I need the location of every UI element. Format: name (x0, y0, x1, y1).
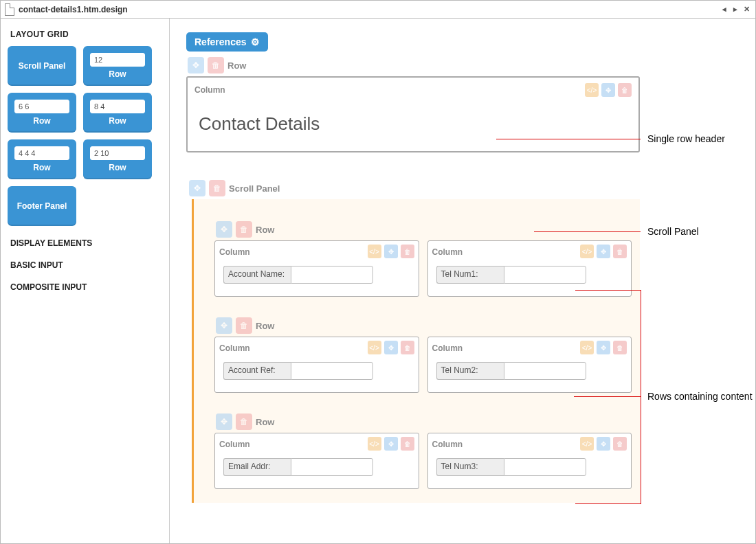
code-icon[interactable]: </> (368, 437, 381, 451)
column-box[interactable]: Column </>✥🗑 Account Name: (214, 240, 419, 297)
palette-footer-panel[interactable]: Footer Panel (8, 186, 76, 226)
palette-row-6-6[interactable]: Row (8, 93, 76, 133)
palette-row-8-4[interactable]: Row (83, 93, 152, 133)
trash-icon[interactable]: 🗑 (401, 245, 414, 258)
design-canvas[interactable]: References ⚙ ✥ 🗑 Row Column </> ✥ 🗑 (170, 19, 755, 543)
annotation-line (534, 231, 641, 232)
gear-icon[interactable]: ⚙ (251, 36, 260, 47)
header-row[interactable]: Column </> ✥ 🗑 Contact Details (186, 76, 640, 152)
scroll-panel-label: Scroll Panel (229, 183, 280, 194)
field-label: Email Addr: (223, 458, 291, 476)
app-window: contact-details1.htm.design ◂ ▸ ✕ LAYOUT… (0, 0, 756, 544)
code-icon[interactable]: </> (368, 245, 381, 258)
trash-icon[interactable]: 🗑 (401, 437, 414, 451)
column-box[interactable]: Column </>✥🗑 Account Ref: (214, 337, 419, 393)
annotation-text: Rows containing content (647, 391, 753, 403)
trash-icon[interactable]: 🗑 (613, 341, 627, 354)
row-config-input[interactable] (14, 100, 69, 113)
field-label: Account Name: (223, 266, 291, 284)
palette-scroll-panel[interactable]: Scroll Panel (8, 46, 76, 86)
content-row[interactable]: Column </>✥🗑 Account Name: Column </>✥🗑 … (214, 240, 632, 297)
next-tab-icon[interactable]: ▸ (731, 5, 740, 14)
section-composite-input[interactable]: COMPOSITE INPUT (10, 282, 162, 292)
move-icon[interactable]: ✥ (384, 341, 398, 354)
trash-icon[interactable]: 🗑 (613, 245, 627, 258)
section-layout-grid[interactable]: LAYOUT GRID (10, 30, 162, 39)
move-icon[interactable]: ✥ (384, 437, 398, 451)
move-icon[interactable]: ✥ (384, 245, 398, 258)
annotation-line (575, 290, 641, 291)
trash-icon[interactable]: 🗑 (209, 180, 225, 196)
palette-row-12[interactable]: Row (83, 46, 152, 86)
move-icon[interactable]: ✥ (189, 180, 205, 196)
row-label: Row (256, 225, 274, 235)
field-label: Tel Num2: (436, 362, 504, 380)
move-icon[interactable]: ✥ (597, 437, 610, 451)
move-icon[interactable]: ✥ (597, 245, 610, 258)
account-name-input[interactable] (291, 266, 373, 284)
trash-icon[interactable]: 🗑 (618, 83, 632, 97)
file-icon (5, 3, 14, 16)
code-icon[interactable]: </> (580, 245, 594, 258)
row-label: Row (256, 321, 274, 331)
field-label: Account Ref: (223, 362, 291, 380)
scroll-panel-block[interactable]: ✥ 🗑 Scroll Panel ✥ 🗑 Row C (188, 180, 640, 503)
annotation-text: Scroll Panel (647, 226, 699, 237)
annotation-line (641, 290, 641, 504)
trash-icon[interactable]: 🗑 (613, 437, 627, 451)
tel-num1-input[interactable] (504, 266, 586, 284)
move-icon[interactable]: ✥ (601, 83, 615, 97)
email-addr-input[interactable] (291, 458, 373, 476)
account-ref-input[interactable] (291, 362, 373, 380)
annotation-line (574, 396, 641, 397)
references-badge[interactable]: References ⚙ (186, 32, 268, 52)
tel-num2-input[interactable] (504, 362, 586, 380)
row-config-input[interactable] (90, 100, 145, 113)
tel-num3-input[interactable] (504, 458, 586, 476)
row-config-input[interactable] (90, 146, 145, 160)
column-box[interactable]: Column </>✥🗑 Tel Num3: (427, 433, 632, 489)
move-icon[interactable]: ✥ (597, 341, 610, 354)
section-basic-input[interactable]: BASIC INPUT (10, 260, 162, 270)
prev-tab-icon[interactable]: ◂ (720, 5, 729, 14)
code-icon[interactable]: </> (580, 341, 594, 354)
code-icon[interactable]: </> (585, 83, 599, 97)
column-label: Column (194, 85, 225, 95)
close-icon[interactable]: ✕ (742, 5, 751, 14)
page-title: Contact Details (199, 113, 632, 135)
row-config-input[interactable] (90, 53, 145, 67)
content-row[interactable]: Column </>✥🗑 Email Addr: Column </>✥🗑 Te… (214, 433, 632, 489)
trash-icon[interactable]: 🗑 (236, 413, 252, 430)
annotation-line (496, 139, 641, 139)
sidebar: LAYOUT GRID Scroll Panel Row Row Row (1, 19, 170, 543)
code-icon[interactable]: </> (368, 341, 381, 354)
palette-row-4-4-4[interactable]: Row (8, 139, 76, 179)
move-icon[interactable]: ✥ (216, 413, 232, 430)
trash-icon[interactable]: 🗑 (236, 221, 252, 238)
trash-icon[interactable]: 🗑 (401, 341, 414, 354)
document-title: contact-details1.htm.design (19, 5, 128, 14)
annotation-text: Single row header (647, 133, 725, 144)
move-icon[interactable]: ✥ (188, 57, 204, 73)
row-label: Row (227, 60, 246, 71)
row-label: Row (256, 417, 274, 427)
annotation-line (575, 503, 641, 504)
trash-icon[interactable]: 🗑 (236, 317, 252, 334)
content-row[interactable]: Column </>✥🗑 Account Ref: Column </>✥🗑 T… (214, 337, 632, 393)
column-box[interactable]: Column </>✥🗑 Tel Num1: (427, 240, 632, 297)
move-icon[interactable]: ✥ (216, 221, 232, 238)
column-box[interactable]: Column </>✥🗑 Tel Num2: (427, 337, 632, 393)
code-icon[interactable]: </> (580, 437, 594, 451)
move-icon[interactable]: ✥ (216, 317, 232, 334)
trash-icon[interactable]: 🗑 (208, 57, 224, 73)
section-display-elements[interactable]: DISPLAY ELEMENTS (10, 238, 162, 248)
row-config-input[interactable] (14, 146, 69, 160)
palette-row-2-10[interactable]: Row (83, 139, 152, 179)
column-box[interactable]: Column </>✥🗑 Email Addr: (214, 433, 419, 489)
field-label: Tel Num1: (436, 266, 504, 284)
field-label: Tel Num3: (436, 458, 504, 476)
titlebar: contact-details1.htm.design ◂ ▸ ✕ (1, 1, 755, 19)
